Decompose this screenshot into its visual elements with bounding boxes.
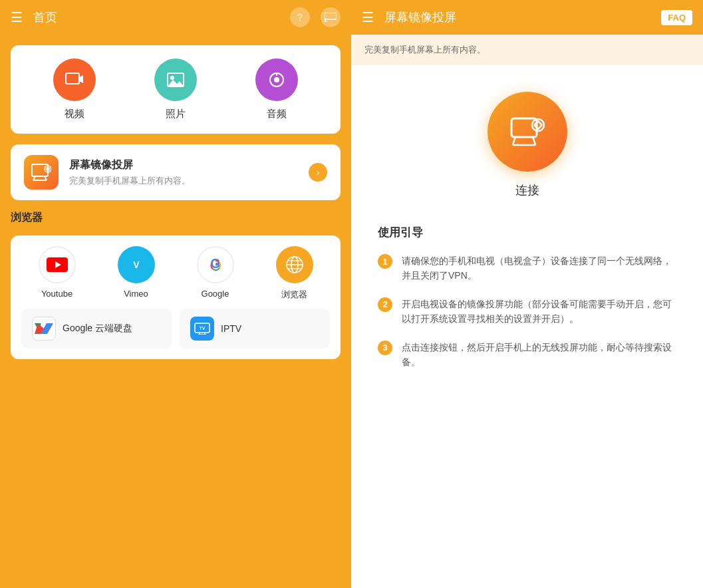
mirror-icon [24,155,59,190]
svg-text:V: V [133,259,140,270]
browser-apps-row: Google 云端硬盘 TV IPTV [21,309,330,349]
svg-point-5 [170,76,174,80]
mirror-title: 屏幕镜像投屏 [69,158,298,172]
web-browser-icon [276,246,313,283]
svg-marker-6 [168,80,184,86]
left-panel: 视频 照片 [0,35,351,588]
guide-title: 使用引导 [378,225,676,240]
audio-item[interactable]: 音频 [255,59,298,120]
guide-step-1: 1 请确保您的手机和电视（电视盒子）设备连接了同一个无线网络，并且关闭了VPN。 [378,253,676,283]
google-label: Google [202,289,229,299]
svg-text:TV: TV [200,326,206,331]
video-item[interactable]: 视频 [53,59,96,120]
connect-label: 连接 [515,182,539,198]
browser-card: Youtube V Vimeo [11,235,341,359]
video-label: 视频 [65,108,84,120]
connect-btn-wrap: 连接 [488,92,567,198]
guide-step-3: 3 点击连接按钮，然后开启手机上的无线投屏功能，耐心等待搜索设备。 [378,340,676,370]
google-icon: G [197,246,234,283]
right-header: ☰ 屏幕镜像投屏 FAQ [351,0,703,35]
iptv-item[interactable]: TV IPTV [180,309,330,349]
step-num-2: 2 [378,297,392,312]
google-drive-item[interactable]: Google 云端硬盘 [21,309,172,349]
left-header: ☰ 首页 ? [0,0,351,35]
media-card: 视频 照片 [11,45,341,134]
left-header-title: 首页 [33,9,279,25]
google-drive-icon [32,317,56,341]
help-button[interactable]: ? [290,7,310,27]
svg-rect-0 [325,13,337,19]
mirror-text: 屏幕镜像投屏 完美复制手机屏幕上所有内容。 [69,158,298,187]
google-drive-label: Google 云端硬盘 [63,323,132,335]
svg-rect-2 [66,73,79,84]
right-menu-icon[interactable]: ☰ [362,9,374,25]
right-content: 连接 使用引导 1 请确保您的手机和电视（电视盒子）设备连接了同一个无线网络，并… [351,65,703,588]
audio-icon [255,59,298,101]
mirror-card[interactable]: 屏幕镜像投屏 完美复制手机屏幕上所有内容。 › [11,144,341,200]
left-menu-icon[interactable]: ☰ [11,9,23,25]
photo-icon [154,59,197,101]
youtube-item[interactable]: Youtube [21,246,92,301]
web-browser-item[interactable]: 浏览器 [259,246,330,301]
mirror-desc: 完美复制手机屏幕上所有内容。 [69,175,298,187]
step-text-3: 点击连接按钮，然后开启手机上的无线投屏功能，耐心等待搜索设备。 [402,340,676,370]
browser-section-title: 浏览器 [11,211,341,225]
guide-step-2: 2 开启电视设备的镜像投屏功能（部分设备可能需要手动开启，您可以打开系统设置寻找… [378,297,676,327]
video-icon [53,59,96,101]
right-panel: 完美复制手机屏幕上所有内容。 连接 [351,35,703,588]
cast-button[interactable] [321,7,341,27]
faq-button[interactable]: FAQ [661,10,692,25]
step-num-3: 3 [378,341,392,355]
guide-steps: 1 请确保您的手机和电视（电视盒子）设备连接了同一个无线网络，并且关闭了VPN。… [378,253,676,369]
photo-item[interactable]: 照片 [154,59,197,120]
photo-label: 照片 [166,108,186,120]
web-browser-label: 浏览器 [281,289,307,301]
google-item[interactable]: G Google [180,246,251,301]
svg-point-8 [274,77,279,82]
vimeo-item[interactable]: V Vimeo [100,246,172,301]
vimeo-label: Vimeo [124,289,148,299]
guide-section: 使用引导 1 请确保您的手机和电视（电视盒子）设备连接了同一个无线网络，并且关闭… [371,225,683,369]
right-desc-bar: 完美复制手机屏幕上所有内容。 [351,35,703,65]
iptv-label: IPTV [221,323,241,334]
connect-button[interactable] [488,92,567,172]
browser-grid: Youtube V Vimeo [21,246,330,301]
step-text-1: 请确保您的手机和电视（电视盒子）设备连接了同一个无线网络，并且关闭了VPN。 [402,253,676,283]
iptv-icon: TV [190,317,214,341]
youtube-label: Youtube [41,289,72,299]
youtube-icon [39,246,76,283]
mirror-arrow[interactable]: › [309,163,327,182]
vimeo-icon: V [118,246,155,283]
right-header-title: 屏幕镜像投屏 [384,9,650,25]
audio-label: 音频 [267,108,287,120]
step-text-2: 开启电视设备的镜像投屏功能（部分设备可能需要手动开启，您可以打开系统设置寻找相关… [402,297,676,327]
step-num-1: 1 [378,254,392,269]
